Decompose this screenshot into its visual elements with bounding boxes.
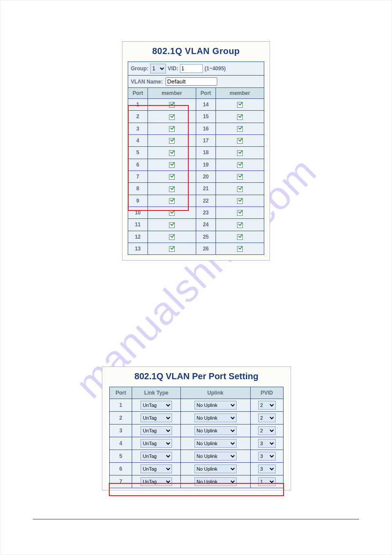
member-cell	[147, 111, 196, 123]
port-number: 7	[128, 170, 147, 182]
member-checkbox[interactable]	[169, 150, 175, 156]
port-number: 24	[196, 219, 216, 231]
pp-pvid-cell: 3	[250, 450, 284, 463]
member-checkbox[interactable]	[169, 210, 175, 216]
pp-col-pvid: PVID	[250, 387, 284, 399]
member-cell	[147, 243, 196, 254]
pp-linktype-cell: UnTag	[132, 463, 180, 475]
group-select[interactable]: 1	[150, 64, 166, 73]
vid-input[interactable]	[180, 64, 203, 73]
member-checkbox[interactable]	[169, 114, 175, 120]
pvid-select[interactable]: 2	[258, 401, 276, 410]
vlan-group-panel: 802.1Q VLAN Group Group: 1 VID: (1~4095)…	[122, 41, 270, 261]
port-number: 12	[128, 231, 147, 243]
linktype-select[interactable]: UnTag	[140, 426, 172, 435]
pvid-select[interactable]: 1	[258, 477, 276, 486]
member-checkbox[interactable]	[237, 198, 243, 204]
member-checkbox[interactable]	[237, 114, 243, 120]
vlan-per-port-title: 802.1Q VLAN Per Port Setting	[102, 367, 291, 387]
vlan-group-title: 802.1Q VLAN Group	[122, 42, 270, 62]
port-row: 1326	[128, 243, 264, 254]
vlan-group-config-row: Group: 1 VID: (1~4095)	[128, 62, 264, 76]
pvid-select[interactable]: 3	[258, 439, 276, 448]
member-checkbox[interactable]	[169, 102, 175, 108]
col-member-left: member	[147, 88, 196, 99]
member-checkbox[interactable]	[237, 222, 243, 228]
vlan-group-box: Group: 1 VID: (1~4095) VLAN Name: Port m…	[128, 62, 264, 255]
member-checkbox[interactable]	[169, 246, 175, 252]
pvid-select[interactable]: 3	[258, 452, 276, 461]
member-checkbox[interactable]	[169, 222, 175, 228]
uplink-select[interactable]: No Uplink	[194, 401, 237, 410]
member-checkbox[interactable]	[237, 234, 243, 240]
per-port-row: 2UnTagNo Uplink2	[110, 412, 284, 424]
member-cell	[147, 134, 196, 146]
member-checkbox[interactable]	[237, 102, 243, 108]
linktype-select[interactable]: UnTag	[140, 439, 172, 448]
port-number: 5	[128, 147, 147, 159]
member-checkbox[interactable]	[169, 126, 175, 132]
pp-port-number: 7	[110, 475, 132, 488]
member-checkbox[interactable]	[237, 138, 243, 144]
pp-linktype-cell: UnTag	[132, 399, 180, 412]
member-cell	[147, 99, 196, 111]
member-checkbox[interactable]	[237, 150, 243, 156]
vlan-name-row: VLAN Name:	[128, 76, 264, 88]
member-checkbox[interactable]	[237, 162, 243, 168]
port-row: 417	[128, 134, 264, 146]
vlan-name-label: VLAN Name:	[131, 79, 163, 85]
member-checkbox[interactable]	[169, 162, 175, 168]
uplink-select[interactable]: No Uplink	[194, 477, 237, 486]
pvid-select[interactable]: 3	[258, 464, 276, 473]
member-checkbox[interactable]	[169, 138, 175, 144]
vlan-per-port-box: Port Link Type Uplink PVID 1UnTagNo Upli…	[109, 387, 284, 488]
port-number: 1	[128, 99, 147, 111]
port-row: 114	[128, 99, 264, 111]
port-row: 1124	[128, 219, 264, 231]
group-label: Group:	[131, 65, 148, 72]
uplink-select[interactable]: No Uplink	[194, 439, 237, 448]
linktype-select[interactable]: UnTag	[140, 452, 172, 461]
pp-col-linktype: Link Type	[132, 387, 180, 399]
linktype-select[interactable]: UnTag	[140, 414, 172, 422]
member-checkbox[interactable]	[169, 198, 175, 204]
uplink-select[interactable]: No Uplink	[194, 464, 237, 473]
linktype-select[interactable]: UnTag	[140, 477, 172, 486]
uplink-select[interactable]: No Uplink	[194, 414, 237, 422]
member-cell	[216, 111, 264, 123]
port-number: 11	[128, 219, 147, 231]
per-port-row: 3UnTagNo Uplink2	[110, 424, 284, 437]
per-port-row: 5UnTagNo Uplink3	[110, 450, 284, 463]
member-checkbox[interactable]	[169, 174, 175, 180]
pvid-select[interactable]: 2	[258, 414, 276, 422]
linktype-select[interactable]: UnTag	[140, 401, 172, 410]
pp-pvid-cell: 1	[250, 475, 284, 488]
port-row: 1023	[128, 207, 264, 218]
member-checkbox[interactable]	[169, 234, 175, 240]
port-row: 922	[128, 195, 264, 207]
uplink-select[interactable]: No Uplink	[194, 452, 237, 461]
vlan-name-input[interactable]	[165, 77, 217, 86]
member-checkbox[interactable]	[237, 174, 243, 180]
member-checkbox[interactable]	[169, 186, 175, 192]
uplink-select[interactable]: No Uplink	[194, 426, 237, 435]
member-cell	[216, 195, 264, 207]
linktype-select[interactable]: UnTag	[140, 464, 172, 473]
port-number: 19	[196, 159, 216, 170]
pvid-select[interactable]: 2	[258, 426, 276, 435]
member-checkbox[interactable]	[237, 186, 243, 192]
member-cell	[147, 219, 196, 231]
pp-pvid-cell: 3	[250, 463, 284, 475]
port-number: 25	[196, 231, 216, 243]
pp-uplink-cell: No Uplink	[180, 424, 250, 437]
member-checkbox[interactable]	[237, 126, 243, 132]
member-checkbox[interactable]	[237, 246, 243, 252]
port-row: 821	[128, 183, 264, 195]
col-member-right: member	[216, 88, 264, 99]
member-checkbox[interactable]	[237, 210, 243, 216]
port-number: 9	[128, 195, 147, 207]
pp-uplink-cell: No Uplink	[180, 399, 250, 412]
pp-pvid-cell: 2	[250, 412, 284, 424]
member-cell	[216, 159, 264, 170]
port-number: 14	[196, 99, 216, 111]
